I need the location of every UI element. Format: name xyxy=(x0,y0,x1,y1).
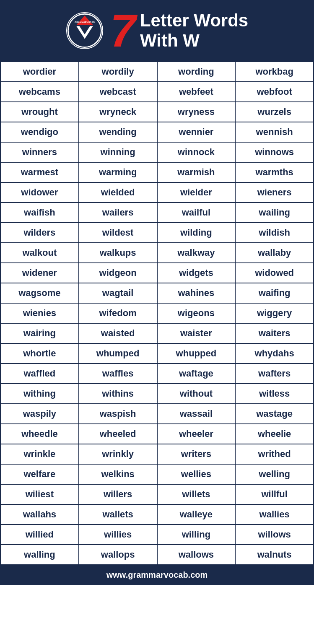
number-seven: 7 xyxy=(110,8,136,54)
word-cell: wastage xyxy=(235,404,314,424)
table-row: webcamswebcastwebfeetwebfoot xyxy=(0,82,314,102)
word-cell: winnock xyxy=(157,142,236,162)
word-cell: writers xyxy=(157,444,236,464)
word-cell: wigeons xyxy=(157,303,236,323)
word-cell: witless xyxy=(235,384,314,404)
word-cell: winnows xyxy=(235,142,314,162)
table-row: wiliestwillerswilletswillful xyxy=(0,484,314,504)
word-cell: walkups xyxy=(79,243,157,263)
table-row: waffledwaffleswaftagewafters xyxy=(0,364,314,384)
word-cell: wailers xyxy=(79,203,157,223)
word-cell: wendigo xyxy=(0,122,79,142)
word-cell: waister xyxy=(157,323,236,343)
word-cell: waisted xyxy=(79,323,157,343)
word-cell: wagtail xyxy=(79,283,157,303)
word-cell: walling xyxy=(0,545,79,565)
word-cell: whydahs xyxy=(235,343,314,364)
word-cell: whumped xyxy=(79,343,157,364)
header: GRAMMARVOCAB 7 Letter Words With W xyxy=(0,0,314,61)
word-cell: wailing xyxy=(235,203,314,223)
word-cell: willies xyxy=(79,525,157,545)
word-cell: waftage xyxy=(157,364,236,384)
table-row: wagsomewagtailwahineswaifing xyxy=(0,283,314,303)
word-cell: welkins xyxy=(79,464,157,484)
table-row: wheedlewheeledwheelerwheelie xyxy=(0,424,314,444)
word-cell: wordier xyxy=(0,62,79,82)
table-row: wendigowendingwennierwennish xyxy=(0,122,314,142)
word-cell: walnuts xyxy=(235,545,314,565)
table-row: wallingwallopswallowswalnuts xyxy=(0,545,314,565)
word-cell: webfoot xyxy=(235,82,314,102)
word-cell: willing xyxy=(157,525,236,545)
title-block: 7 Letter Words With W xyxy=(110,8,248,54)
word-cell: welling xyxy=(235,464,314,484)
word-cell: wielded xyxy=(79,182,157,203)
word-cell: winners xyxy=(0,142,79,162)
word-cell: waifish xyxy=(0,203,79,223)
word-cell: waffled xyxy=(0,364,79,384)
word-cell: writhed xyxy=(235,444,314,464)
word-cell: wrinkly xyxy=(79,444,157,464)
table-row: whortlewhumpedwhuppedwhydahs xyxy=(0,343,314,364)
table-row: welfarewelkinswellieswelling xyxy=(0,464,314,484)
word-cell: wieners xyxy=(235,182,314,203)
word-cell: webcams xyxy=(0,82,79,102)
word-cell: wennier xyxy=(157,122,236,142)
word-cell: wafters xyxy=(235,364,314,384)
word-cell: webcast xyxy=(79,82,157,102)
table-row: wrinklewrinklywriterswrithed xyxy=(0,444,314,464)
word-cell: wordily xyxy=(79,62,157,82)
word-cell: whupped xyxy=(157,343,236,364)
table-row: wroughtwryneckwrynesswurzels xyxy=(0,102,314,122)
word-cell: winning xyxy=(79,142,157,162)
word-table: wordierwordilywordingworkbagwebcamswebca… xyxy=(0,61,314,565)
word-cell: waffles xyxy=(79,364,157,384)
word-cell: warmths xyxy=(235,162,314,182)
word-cell: withing xyxy=(0,384,79,404)
word-cell: warmest xyxy=(0,162,79,182)
word-cell: wheeled xyxy=(79,424,157,444)
word-cell: wheelie xyxy=(235,424,314,444)
word-cell: wallets xyxy=(79,504,157,525)
brand-logo: GRAMMARVOCAB xyxy=(66,12,104,49)
word-cell: welfare xyxy=(0,464,79,484)
word-cell: wryness xyxy=(157,102,236,122)
word-cell: wagsome xyxy=(0,283,79,303)
table-row: waifishwailerswailfulwailing xyxy=(0,203,314,223)
table-row: withingwithinswithoutwitless xyxy=(0,384,314,404)
word-cell: widener xyxy=(0,263,79,283)
word-cell: wassail xyxy=(157,404,236,424)
word-cell: wiggery xyxy=(235,303,314,323)
table-row: wairingwaistedwaisterwaiters xyxy=(0,323,314,343)
svg-text:GRAMMARVOCAB: GRAMMARVOCAB xyxy=(75,21,95,23)
word-cell: wallahs xyxy=(0,504,79,525)
word-cell: widgets xyxy=(157,263,236,283)
footer-url: www.grammarvocab.com xyxy=(106,570,208,579)
word-cell: wiliest xyxy=(0,484,79,504)
word-cell: wallows xyxy=(157,545,236,565)
word-cell: willers xyxy=(79,484,157,504)
table-row: waspilywaspishwassailwastage xyxy=(0,404,314,424)
word-cell: wailful xyxy=(157,203,236,223)
table-row: walkoutwalkupswalkwaywallaby xyxy=(0,243,314,263)
word-cell: wurzels xyxy=(235,102,314,122)
word-cell: wilders xyxy=(0,223,79,243)
word-cell: walkway xyxy=(157,243,236,263)
word-cell: wifedom xyxy=(79,303,157,323)
word-cell: wienies xyxy=(0,303,79,323)
word-cell: wielder xyxy=(157,182,236,203)
word-cell: whortle xyxy=(0,343,79,364)
table-row: wordierwordilywordingworkbag xyxy=(0,62,314,82)
word-cell: willets xyxy=(157,484,236,504)
word-cell: willows xyxy=(235,525,314,545)
table-row: williedwillieswillingwillows xyxy=(0,525,314,545)
word-cell: walleye xyxy=(157,504,236,525)
word-cell: wryneck xyxy=(79,102,157,122)
table-row: widowerwieldedwielderwieners xyxy=(0,182,314,203)
word-cell: wairing xyxy=(0,323,79,343)
table-row: widenerwidgeonwidgetswidowed xyxy=(0,263,314,283)
word-cell: widgeon xyxy=(79,263,157,283)
page-title: Letter Words With W xyxy=(140,10,248,51)
word-cell: withins xyxy=(79,384,157,404)
word-cell: wellies xyxy=(157,464,236,484)
